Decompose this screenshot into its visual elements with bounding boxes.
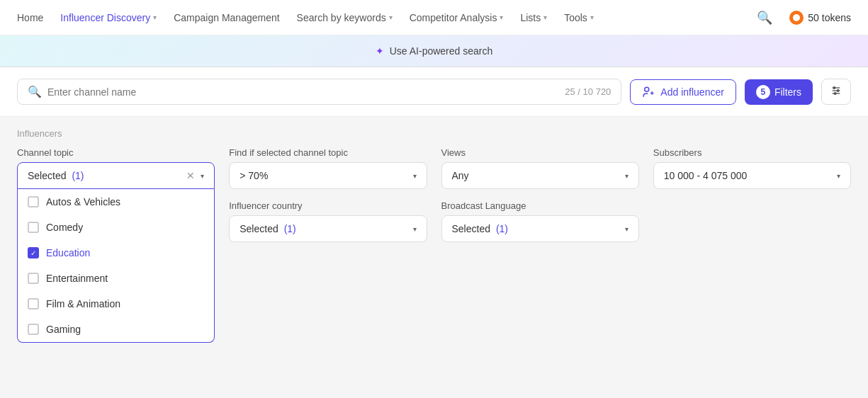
influencer-country-filter: Influencer country Selected (1) ▾ [229, 200, 427, 242]
subscribers-label: Subscribers [653, 147, 851, 158]
sliders-icon [830, 85, 842, 96]
chevron-down-icon: ▾ [625, 225, 629, 233]
chevron-down-icon: ▾ [413, 225, 417, 233]
tokens-icon [789, 11, 804, 25]
nav-tools[interactable]: Tools ▾ [564, 12, 594, 23]
views-select[interactable]: Any ▾ [441, 162, 639, 189]
nav-lists[interactable]: Lists ▾ [520, 12, 547, 23]
add-influencer-icon [642, 86, 655, 98]
subscribers-select[interactable]: 10 000 - 4 075 000 ▾ [653, 162, 851, 189]
broadcast-language-select[interactable]: Selected (1) ▾ [441, 215, 639, 242]
search-icon[interactable]: 🔍 [757, 10, 772, 25]
broadcast-language-label: Broadcast Language [441, 200, 639, 211]
influencer-country-select[interactable]: Selected (1) ▾ [229, 215, 427, 242]
channel-topic-dropdown-list: Autos & Vehicles Comedy Education Entert… [17, 189, 215, 343]
influencer-country-value: Selected (1) [239, 223, 296, 234]
find-if-selected-label: Find if selected channel topic [229, 147, 427, 158]
navigation: Home Influencer Discovery ▾ Campaign Man… [0, 0, 868, 35]
chevron-down-icon: ▾ [413, 172, 417, 180]
find-if-selected-filter: Find if selected channel topic > 70% ▾ [229, 147, 427, 189]
svg-point-7 [833, 87, 835, 89]
chevron-down-icon: ▾ [543, 13, 547, 21]
ai-banner[interactable]: ✦ Use AI-powered search [0, 35, 868, 67]
ai-icon: ✦ [376, 45, 384, 57]
svg-point-8 [837, 90, 839, 92]
search-icon: 🔍 [28, 85, 42, 98]
search-count: 25 / 10 720 [565, 86, 611, 97]
chevron-down-icon: ▾ [153, 13, 157, 21]
chevron-down-icon: ▾ [590, 13, 594, 21]
filters-grid: Channel topic Selected (1) ✕ ▾ [17, 147, 851, 242]
checkbox-autos-vehicles[interactable] [28, 196, 39, 207]
filters-count-badge: 5 [756, 85, 770, 99]
add-influencer-button[interactable]: Add influencer [630, 79, 736, 105]
chevron-down-icon: ▾ [389, 13, 393, 21]
checkbox-film-animation[interactable] [28, 298, 39, 309]
views-value: Any [452, 170, 469, 181]
broadcast-language-value: Selected (1) [452, 223, 509, 234]
channel-topic-dropdown-container: Selected (1) ✕ ▾ Autos & Vehicles [17, 162, 215, 189]
svg-point-1 [645, 87, 649, 91]
channel-topic-label: Channel topic [17, 147, 215, 158]
nav-influencer-discovery[interactable]: Influencer Discovery ▾ [60, 12, 157, 23]
subscribers-filter: Subscribers 10 000 - 4 075 000 ▾ [653, 147, 851, 189]
nav-home[interactable]: Home [17, 12, 43, 23]
channel-topic-value: Selected (1) [28, 170, 84, 181]
checkbox-comedy[interactable] [28, 222, 39, 233]
sliders-button[interactable] [821, 79, 851, 105]
broadcast-language-filter: Broadcast Language Selected (1) ▾ [441, 200, 639, 242]
search-row: 🔍 25 / 10 720 Add influencer 5 Filters [0, 67, 868, 117]
svg-point-0 [793, 14, 800, 21]
find-if-selected-value: > 70% [239, 170, 268, 181]
nav-search-by-keywords[interactable]: Search by keywords ▾ [297, 12, 393, 23]
views-label: Views [441, 147, 639, 158]
dropdown-item-comedy[interactable]: Comedy [18, 215, 214, 240]
filters-button[interactable]: 5 Filters [745, 79, 813, 105]
clear-icon[interactable]: ✕ [186, 170, 195, 181]
channel-topic-select[interactable]: Selected (1) ✕ ▾ [17, 162, 215, 189]
chevron-down-icon: ▾ [201, 172, 204, 180]
subscribers-value: 10 000 - 4 075 000 [664, 170, 748, 181]
checkbox-gaming[interactable] [28, 324, 39, 335]
dropdown-item-entertainment[interactable]: Entertainment [18, 266, 214, 291]
search-input[interactable] [47, 86, 559, 98]
nav-competitor-analysis[interactable]: Competitor Analysis ▾ [410, 12, 504, 23]
dropdown-item-education[interactable]: Education [18, 240, 214, 266]
svg-point-9 [834, 93, 836, 95]
chevron-down-icon: ▾ [625, 172, 629, 180]
dropdown-item-autos-vehicles[interactable]: Autos & Vehicles [18, 189, 214, 215]
checkbox-entertainment[interactable] [28, 273, 39, 284]
chevron-down-icon: ▾ [500, 13, 503, 21]
chevron-down-icon: ▾ [837, 172, 840, 180]
views-filter: Views Any ▾ [441, 147, 639, 189]
tokens-display: 50 tokens [789, 11, 851, 25]
main-content: Influencers Channel topic Selected (1) ✕… [0, 117, 868, 398]
checkbox-education[interactable] [28, 247, 39, 258]
channel-topic-filter: Channel topic Selected (1) ✕ ▾ [17, 147, 215, 189]
dropdown-item-film-animation[interactable]: Film & Animation [18, 291, 214, 317]
dropdown-item-gaming[interactable]: Gaming [18, 317, 214, 342]
nav-campaign-management[interactable]: Campaign Management [174, 12, 279, 23]
influencer-country-label: Influencer country [229, 200, 427, 211]
search-input-wrap[interactable]: 🔍 25 / 10 720 [17, 79, 621, 105]
find-if-selected-select[interactable]: > 70% ▾ [229, 162, 427, 189]
influencers-label: Influencers [17, 128, 851, 139]
